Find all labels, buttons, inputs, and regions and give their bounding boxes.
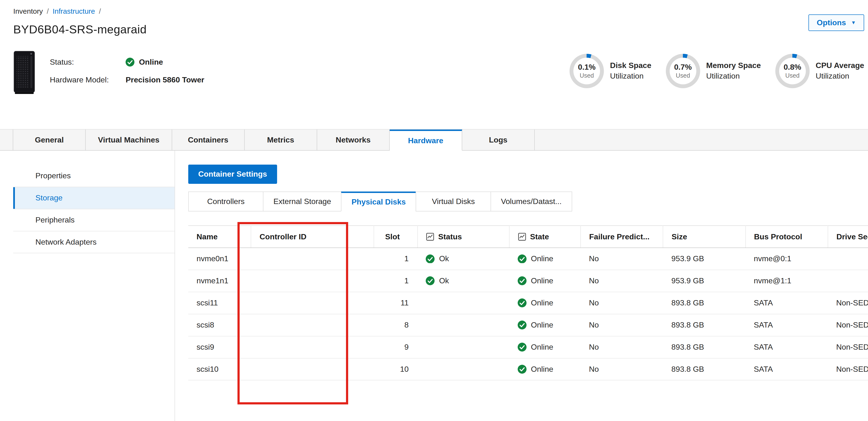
donut-center: 0.8% Used: [779, 58, 806, 84]
column-header-status[interactable]: Status: [417, 226, 509, 248]
sidebar-item-storage[interactable]: Storage: [13, 187, 174, 209]
column-header-name[interactable]: Name: [188, 226, 251, 248]
column-header-drive-security[interactable]: Drive Security: [828, 226, 868, 248]
disk-space-donut: 0.1% Used: [569, 54, 604, 88]
cell-slot: 8: [374, 314, 417, 336]
subtab-virtual-disks[interactable]: Virtual Disks: [415, 192, 491, 212]
subtab-volumes-datastores[interactable]: Volumes/Datast...: [491, 192, 572, 212]
column-header-size[interactable]: Size: [663, 226, 745, 248]
cell-security: Non-SED: [828, 314, 868, 336]
column-header-bus-protocol[interactable]: Bus Protocol: [746, 226, 828, 248]
table-row[interactable]: nvme1n11OkOnlineNo953.9 GBnvme@1:1: [188, 270, 868, 292]
cell-controller_id: [251, 358, 374, 381]
storage-sub-tabs: Controllers External Storage Physical Di…: [188, 192, 855, 212]
gauge-value: 0.7%: [674, 63, 692, 72]
gauge-label-line1: CPU Average: [816, 60, 864, 71]
breadcrumb-inventory[interactable]: Inventory: [13, 7, 43, 16]
gauge-label: Memory Space Utilization: [706, 60, 761, 81]
subtab-physical-disks[interactable]: Physical Disks: [341, 192, 416, 212]
hardware-sidebar: Properties Storage Peripherals Network A…: [13, 151, 175, 421]
cell-name: scsi10: [188, 358, 251, 381]
cell-name: scsi11: [188, 292, 251, 314]
cell-failure: No: [581, 336, 663, 358]
column-header-failure-predicted[interactable]: Failure Predict...: [581, 226, 663, 248]
container-settings-button[interactable]: Container Settings: [188, 165, 277, 184]
tab-strip-spacer: [0, 130, 13, 151]
cell-state: Online: [509, 248, 581, 270]
physical-disks-table: Name Controller ID Slot Status: [188, 225, 868, 381]
status-online-icon: [126, 58, 134, 66]
subtab-controllers[interactable]: Controllers: [188, 192, 264, 212]
cell-controller_id: [251, 248, 374, 270]
cell-controller_id: [251, 270, 374, 292]
page-title: BYD6B04-SRS-megaraid: [13, 23, 868, 36]
options-button[interactable]: Options ▼: [808, 15, 864, 31]
breadcrumb: Inventory / Infrastructure /: [13, 7, 868, 16]
cell-failure: No: [581, 292, 663, 314]
cell-failure: No: [581, 358, 663, 381]
cell-size: 893.8 GB: [663, 336, 745, 358]
status-value-text: Online: [139, 58, 163, 66]
tab-logs[interactable]: Logs: [462, 130, 535, 151]
gauge-memory-space: 0.7% Used Memory Space Utilization: [666, 54, 761, 88]
column-header-slot[interactable]: Slot: [374, 226, 417, 248]
tab-general[interactable]: General: [13, 130, 86, 151]
table-row[interactable]: scsi1010OnlineNo893.8 GBSATANon-SEDSSDSC…: [188, 358, 868, 381]
cell-state: Online: [509, 270, 581, 292]
cell-status: [417, 292, 509, 314]
gauge-value: 0.1%: [578, 63, 596, 72]
cell-slot: 11: [374, 292, 417, 314]
cell-bus: SATA: [746, 358, 828, 381]
tab-containers[interactable]: Containers: [172, 130, 245, 151]
sidebar-item-network-adapters[interactable]: Network Adapters: [13, 231, 174, 254]
cell-failure: No: [581, 248, 663, 270]
tab-hardware[interactable]: Hardware: [390, 130, 462, 151]
utilization-gauges: 0.1% Used Disk Space Utilization 0.7% Us…: [569, 54, 864, 88]
hardware-content: Properties Storage Peripherals Network A…: [0, 151, 868, 421]
cell-failure: No: [581, 270, 663, 292]
cell-slot: 1: [374, 248, 417, 270]
cell-security: Non-SED: [828, 336, 868, 358]
cpu-average-donut: 0.8% Used: [775, 54, 810, 88]
cell-slot: 10: [374, 358, 417, 381]
sidebar-item-label: Properties: [35, 171, 71, 180]
breadcrumb-separator: /: [99, 7, 101, 16]
cell-state: Online: [509, 292, 581, 314]
cell-bus: SATA: [746, 336, 828, 358]
status-value: Online: [126, 58, 204, 66]
cell-slot: 9: [374, 336, 417, 358]
subtab-external-storage[interactable]: External Storage: [263, 192, 341, 212]
status-ok-icon: [518, 365, 527, 374]
cell-security: Non-SED: [828, 292, 868, 314]
status-label: Status:: [50, 58, 126, 66]
sidebar-item-properties[interactable]: Properties: [13, 165, 174, 187]
breadcrumb-infrastructure[interactable]: Infrastructure: [53, 7, 95, 16]
table-row[interactable]: nvme0n11OkOnlineNo953.9 GBnvme@0:1: [188, 248, 868, 270]
status-ok-icon: [518, 276, 527, 285]
table-row[interactable]: scsi99OnlineNo893.8 GBSATANon-SEDSSDSC2K…: [188, 336, 868, 358]
cell-security: [828, 270, 868, 292]
app-root: Inventory / Infrastructure / Options ▼ B…: [0, 0, 868, 421]
tab-virtual-machines[interactable]: Virtual Machines: [86, 130, 172, 151]
column-header-state[interactable]: State: [509, 226, 581, 248]
disk-table-body: nvme0n11OkOnlineNo953.9 GBnvme@0:1nvme1n…: [188, 248, 868, 380]
tab-strip-filler: [535, 130, 868, 151]
hardware-model-label: Hardware Model:: [50, 76, 126, 84]
cell-failure: No: [581, 314, 663, 336]
chevron-down-icon: ▼: [851, 20, 856, 25]
tab-networks[interactable]: Networks: [317, 130, 390, 151]
cell-state: Online: [509, 358, 581, 381]
table-row[interactable]: scsi1111OnlineNo893.8 GBSATANon-SEDSSDSC…: [188, 292, 868, 314]
state-text: Online: [531, 299, 553, 307]
physical-disks-table-wrap: Name Controller ID Slot Status: [188, 225, 855, 408]
cell-size: 893.8 GB: [663, 314, 745, 336]
table-row[interactable]: scsi88OnlineNo893.8 GBSATANon-SEDSSDSC2K…: [188, 314, 868, 336]
column-header-controller-id[interactable]: Controller ID: [251, 226, 374, 248]
cell-status: Ok: [417, 270, 509, 292]
tab-metrics[interactable]: Metrics: [245, 130, 317, 151]
cell-status: Ok: [417, 248, 509, 270]
status-text: Ok: [439, 276, 449, 285]
state-text: Online: [531, 276, 553, 285]
gauge-label-line2: Utilization: [610, 71, 651, 81]
sidebar-item-peripherals[interactable]: Peripherals: [13, 209, 174, 231]
